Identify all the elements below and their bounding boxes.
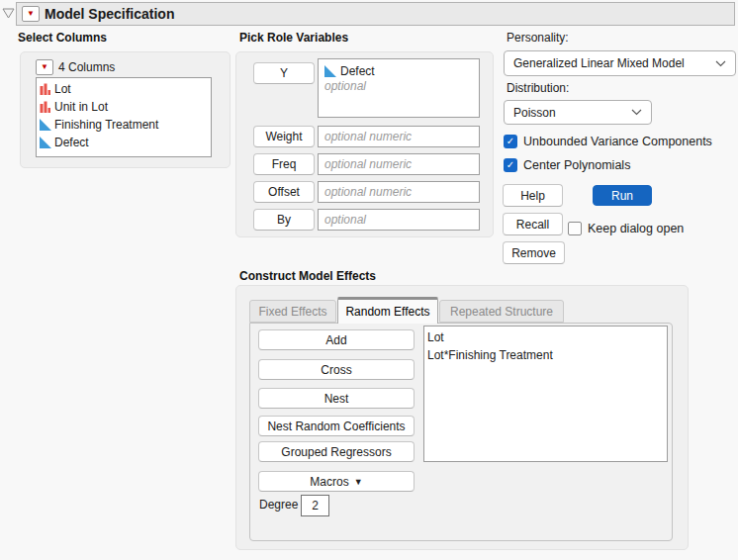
red-triangle-glyph: ▼ (41, 63, 48, 71)
red-triangle-menu-icon[interactable]: ▼ (22, 6, 40, 22)
columns-menu-icon[interactable]: ▼ (36, 59, 53, 75)
continuous-triangle-icon (324, 65, 336, 77)
red-triangle-glyph: ▼ (27, 10, 35, 18)
y-role-button[interactable]: Y (253, 62, 315, 84)
list-item[interactable]: Defect (37, 134, 211, 151)
nominal-bars-icon (40, 83, 51, 95)
columns-count-label: 4 Columns (58, 60, 115, 74)
tab-fixed-effects[interactable]: Fixed Effects (249, 300, 336, 323)
help-button[interactable]: Help (503, 184, 563, 207)
personality-label: Personality: (507, 31, 569, 45)
nest-random-coefficients-button[interactable]: Nest Random Coefficients (258, 416, 415, 436)
distribution-dropdown[interactable]: Poisson (504, 100, 652, 125)
checkbox-unchecked-icon[interactable] (568, 222, 582, 235)
by-role-button[interactable]: By (253, 209, 315, 231)
degree-input[interactable]: 2 (301, 495, 329, 516)
macros-dropdown-button[interactable]: Macros ▼ (258, 471, 415, 492)
degree-label: Degree (259, 498, 298, 512)
disclosure-triangle-icon[interactable] (2, 8, 15, 19)
nominal-bars-icon (40, 101, 51, 113)
keep-dialog-open-checkbox-row[interactable]: Keep dialog open (568, 222, 684, 235)
checkbox-checked-icon[interactable]: ✓ (504, 158, 517, 172)
list-item[interactable]: Finishing Treatment (37, 116, 211, 134)
offset-drop-zone[interactable]: optional numeric (318, 181, 480, 203)
y-variable[interactable]: Defect (324, 62, 375, 79)
nest-button[interactable]: Nest (258, 388, 415, 409)
columns-list[interactable]: Lot Unit in Lot Finishing Treatment (36, 77, 212, 157)
select-columns-panel: ▼ 4 Columns Lot Unit in Lot (20, 51, 231, 168)
distribution-label: Distribution: (507, 81, 569, 95)
run-button[interactable]: Run (593, 185, 652, 206)
pick-role-variables-panel: Y Defect optional Weight optional numeri… (235, 51, 494, 237)
grouped-regressors-button[interactable]: Grouped Regressors (258, 441, 415, 462)
pick-role-variables-label: Pick Role Variables (239, 31, 348, 45)
list-item[interactable]: Lot (37, 80, 211, 98)
effect-item[interactable]: Lot*Finishing Treatment (427, 346, 667, 364)
freq-role-button[interactable]: Freq (253, 153, 315, 175)
chevron-down-icon (631, 109, 642, 116)
personality-dropdown[interactable]: Generalized Linear Mixed Model (504, 50, 736, 76)
list-item[interactable]: Unit in Lot (37, 98, 211, 116)
select-columns-label: Select Columns (18, 31, 107, 45)
offset-role-button[interactable]: Offset (253, 181, 315, 203)
remove-button[interactable]: Remove (503, 241, 565, 264)
tab-random-effects[interactable]: Random Effects (337, 297, 438, 324)
weight-drop-zone[interactable]: optional numeric (318, 126, 480, 147)
cross-button[interactable]: Cross (258, 359, 415, 380)
y-optional-hint: optional (324, 79, 366, 93)
unbounded-variance-checkbox-row[interactable]: ✓ Unbounded Variance Components (504, 135, 712, 148)
effect-item[interactable]: Lot (427, 328, 667, 346)
center-polynomials-checkbox-row[interactable]: ✓ Center Polynomials (504, 158, 630, 172)
by-drop-zone[interactable]: optional (318, 209, 480, 231)
weight-role-button[interactable]: Weight (253, 126, 315, 147)
chevron-down-icon (715, 60, 726, 67)
continuous-triangle-icon (40, 119, 51, 131)
add-button[interactable]: Add (258, 329, 415, 350)
model-specification-window: ▼ Model Specification Select Columns Pic… (0, 0, 738, 560)
triangle-down-icon: ▼ (354, 477, 363, 487)
titlebar: ▼ Model Specification (16, 2, 735, 26)
continuous-triangle-icon (40, 137, 51, 148)
tab-repeated-structure[interactable]: Repeated Structure (439, 300, 564, 323)
recall-button[interactable]: Recall (503, 213, 563, 235)
checkbox-checked-icon[interactable]: ✓ (504, 135, 517, 148)
effects-list[interactable]: Lot Lot*Finishing Treatment (423, 326, 668, 462)
page-title: Model Specification (45, 6, 174, 22)
freq-drop-zone[interactable]: optional numeric (318, 153, 480, 175)
y-drop-zone[interactable]: Defect optional (318, 58, 480, 118)
construct-model-effects-label: Construct Model Effects (239, 269, 376, 283)
